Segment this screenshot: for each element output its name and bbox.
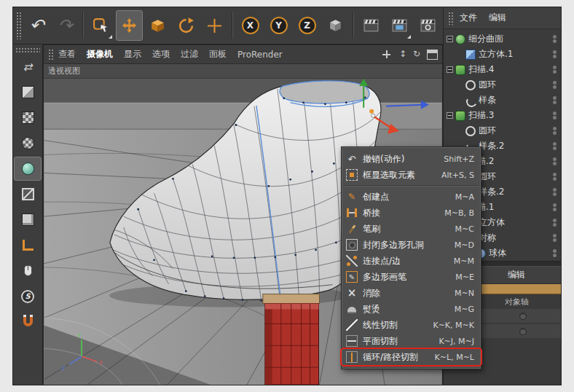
enable-axis-button[interactable] <box>14 233 42 257</box>
editor-visibility-dot[interactable] <box>553 50 557 54</box>
tree-item[interactable]: 圆环 <box>444 77 561 93</box>
polygons-mode-button[interactable] <box>14 208 42 232</box>
object-manager-menu-item-0[interactable]: 文件 <box>460 12 477 24</box>
visibility-dots[interactable] <box>553 234 557 242</box>
tree-expander-icon[interactable] <box>447 112 453 119</box>
attribute-toggle-radio[interactable] <box>519 328 527 335</box>
scale-tool-button[interactable] <box>144 10 171 41</box>
editor-visibility-dot[interactable] <box>553 188 557 192</box>
rotate-view-icon[interactable] <box>412 50 422 60</box>
object-manager-menu-item-1[interactable]: 编辑 <box>489 12 506 24</box>
redo-button[interactable] <box>52 10 79 41</box>
viewport-menu-item-1[interactable]: 摄像机 <box>87 48 113 60</box>
menu-item-connect-points-edges[interactable]: 连接点/边M~M <box>342 253 481 269</box>
editor-visibility-dot[interactable] <box>553 219 557 222</box>
visibility-dots[interactable] <box>553 66 557 74</box>
tree-expander-icon[interactable] <box>447 66 453 73</box>
tree-item[interactable]: 圆环 <box>444 123 561 138</box>
move-tool-button[interactable] <box>116 10 143 41</box>
coordinate-system-button[interactable] <box>322 10 349 41</box>
menu-item-iron[interactable]: 熨烫M~G <box>342 301 481 317</box>
points-mode-button[interactable] <box>14 157 42 181</box>
editor-visibility-dot[interactable] <box>553 96 557 100</box>
render-view-button[interactable] <box>358 10 385 41</box>
render-visibility-dot[interactable] <box>553 101 557 104</box>
render-visibility-dot[interactable] <box>553 208 557 211</box>
lock-y-axis-button[interactable]: Y <box>265 10 292 41</box>
texture-axis-mode-button[interactable] <box>14 131 42 155</box>
render-visibility-dot[interactable] <box>553 39 557 43</box>
editor-visibility-dot[interactable] <box>553 35 557 39</box>
render-visibility-dot[interactable] <box>553 177 557 181</box>
menu-item-plane-cut[interactable]: 平面切割K~J, M~J <box>342 333 481 349</box>
visibility-dots[interactable] <box>553 96 557 104</box>
tree-item[interactable]: 扫描.4 <box>444 62 561 77</box>
enable-snap-button[interactable]: S <box>14 284 42 308</box>
visibility-dots[interactable] <box>553 50 557 58</box>
viewport-menu-item-4[interactable]: 过滤 <box>181 48 198 60</box>
magnet-tool-button[interactable] <box>14 310 42 334</box>
editor-visibility-dot[interactable] <box>553 249 557 253</box>
viewport-menu-item-6[interactable]: ProRender <box>237 50 283 60</box>
menu-item-brush[interactable]: 笔刷M~C <box>342 221 481 237</box>
menu-item-loop-cut[interactable]: 循环/路径切割K~L, M~L <box>342 349 481 365</box>
menu-item-frame-selected[interactable]: 框显选取元素Alt+S, S <box>342 167 481 183</box>
viewport-menu-item-3[interactable]: 选项 <box>152 48 170 60</box>
visibility-dots[interactable] <box>553 142 557 150</box>
edges-mode-button[interactable] <box>14 182 42 206</box>
render-visibility-dot[interactable] <box>553 85 557 89</box>
viewport-menu-grip[interactable] <box>48 49 54 60</box>
editor-visibility-dot[interactable] <box>553 66 557 69</box>
toolbar-grip[interactable] <box>16 12 22 39</box>
texture-mode-button[interactable] <box>14 106 42 130</box>
tab-object-axis[interactable]: 对象轴 <box>505 297 529 307</box>
visibility-dots[interactable] <box>553 219 557 227</box>
lock-z-axis-button[interactable]: Z <box>294 10 321 41</box>
object-manager-grip[interactable] <box>448 12 454 25</box>
menu-item-create-point[interactable]: 创建点M~A <box>342 189 481 205</box>
make-editable-button[interactable] <box>14 55 42 79</box>
live-selection-button[interactable] <box>87 10 114 41</box>
attributes-menu-item-0[interactable]: 编辑 <box>508 269 525 281</box>
render-visibility-dot[interactable] <box>553 223 557 227</box>
menu-item-dissolve[interactable]: 消除M~N <box>342 285 481 301</box>
visibility-dots[interactable] <box>553 173 557 181</box>
editor-visibility-dot[interactable] <box>553 173 557 176</box>
render-visibility-dot[interactable] <box>553 192 557 196</box>
editor-visibility-dot[interactable] <box>553 81 557 85</box>
editor-visibility-dot[interactable] <box>553 142 557 146</box>
tree-item[interactable]: 扫描.3 <box>444 108 561 123</box>
tree-item[interactable]: 立方体.1 <box>444 47 561 62</box>
tree-item[interactable]: 细分曲面 <box>444 31 561 47</box>
editor-visibility-dot[interactable] <box>553 127 557 130</box>
left-toolbar-grip[interactable] <box>15 47 40 53</box>
menu-item-undo[interactable]: 撤销(动作)Shift+Z <box>342 151 481 167</box>
viewport-menu-item-2[interactable]: 显示 <box>124 48 141 60</box>
editor-visibility-dot[interactable] <box>553 234 557 238</box>
editor-visibility-dot[interactable] <box>553 157 557 161</box>
zoom-view-icon[interactable] <box>396 50 407 60</box>
editor-visibility-dot[interactable] <box>553 203 557 207</box>
rotate-tool-button[interactable] <box>173 10 200 41</box>
toggle-view-icon[interactable] <box>427 50 438 60</box>
visibility-dots[interactable] <box>553 111 557 119</box>
visibility-dots[interactable] <box>553 35 557 43</box>
render-settings-button[interactable] <box>414 10 441 41</box>
last-used-tool-button[interactable] <box>201 10 228 41</box>
viewport-menu-item-5[interactable]: 面板 <box>209 48 227 60</box>
menu-item-close-polygon-hole[interactable]: 封闭多边形孔洞M~D <box>342 237 481 253</box>
menu-item-line-cut[interactable]: 线性切割K~K, M~K <box>342 317 481 333</box>
menu-item-polygon-pen[interactable]: 多边形画笔M~E <box>342 269 481 285</box>
render-visibility-dot[interactable] <box>553 162 557 165</box>
render-picture-viewer-button[interactable] <box>386 10 413 41</box>
red-object[interactable] <box>263 294 320 385</box>
viewport-solo-button[interactable] <box>14 259 42 283</box>
render-visibility-dot[interactable] <box>553 55 557 58</box>
tree-item[interactable]: 样条 <box>444 93 561 108</box>
pan-view-icon[interactable] <box>381 50 392 60</box>
render-visibility-dot[interactable] <box>553 70 557 74</box>
visibility-dots[interactable] <box>553 127 557 135</box>
render-visibility-dot[interactable] <box>553 254 557 257</box>
menu-item-bridge[interactable]: 桥接M~B, B <box>342 205 481 221</box>
editor-visibility-dot[interactable] <box>553 111 557 115</box>
